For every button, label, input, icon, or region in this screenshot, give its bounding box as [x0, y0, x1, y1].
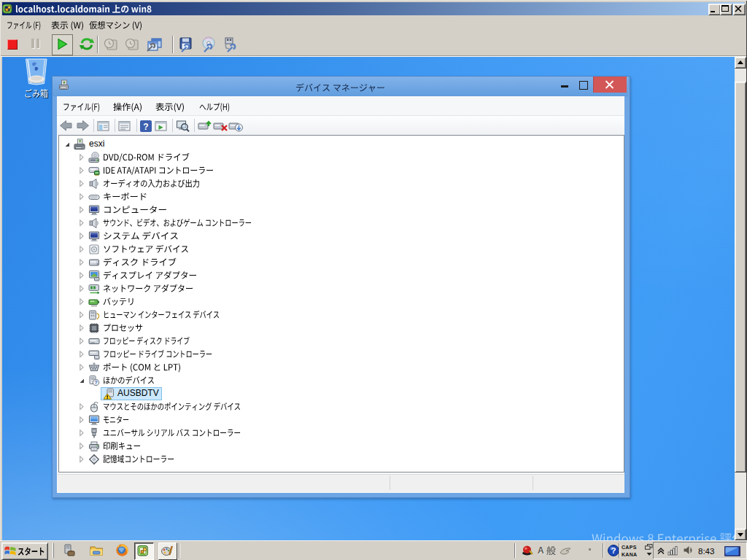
- svg-text:?: ?: [94, 379, 98, 386]
- svg-text:?: ?: [611, 546, 616, 555]
- svg-text:?: ?: [143, 122, 148, 132]
